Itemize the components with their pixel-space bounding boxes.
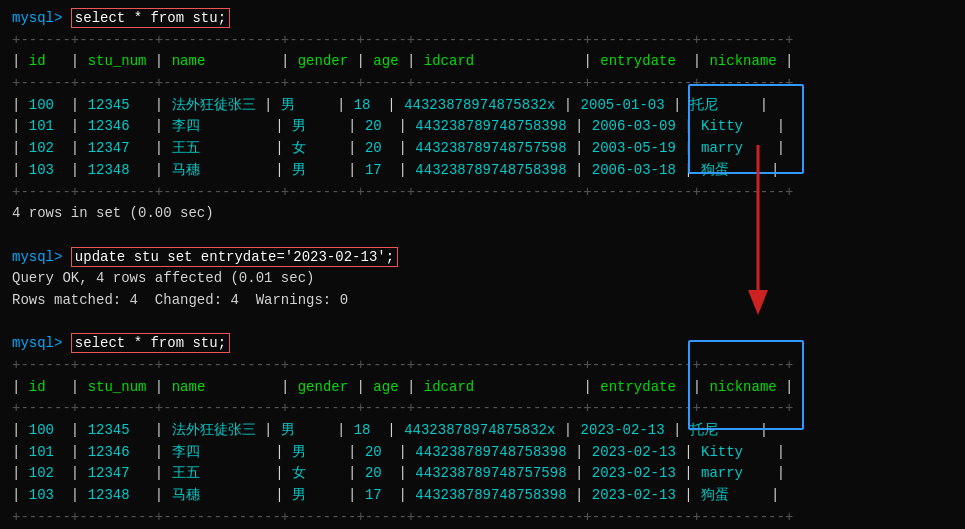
divider-top-2: +------+---------+--------------+-------… [12,355,953,377]
terminal: mysql> select * from stu; +------+------… [0,0,965,529]
prompt-line-1: mysql> select * from stu; [12,8,953,30]
table-row-b3: | 102 | 12347 | 王五 | 女 | 20 | 4432387897… [12,138,953,160]
table-row-a4: | 103 | 12348 | 马穗 | 男 | 17 | 4432387897… [12,485,953,507]
command-1: select * from stu; [71,8,230,28]
blank-1 [12,225,953,247]
blank-2 [12,312,953,334]
query-ok: Query OK, 4 rows affected (0.01 sec) [12,268,953,290]
divider-mid-2: +------+---------+--------------+-------… [12,398,953,420]
prompt-2: mysql> [12,249,62,265]
divider-bot-2: +------+---------+--------------+-------… [12,507,953,529]
divider-mid-1: +------+---------+--------------+-------… [12,73,953,95]
prompt-line-2: mysql> update stu set entrydate='2023-02… [12,247,953,269]
table-header-2: | id | stu_num | name | gender | age | i… [12,377,953,399]
divider-top-1: +------+---------+--------------+-------… [12,30,953,52]
table-row-b1: | 100 | 12345 | 法外狂徒张三 | 男 | 18 | 443238… [12,95,953,117]
rows-matched: Rows matched: 4 Changed: 4 Warnings: 0 [12,290,953,312]
table-header-1: | id | stu_num | name | gender | age | i… [12,51,953,73]
table-row-b4: | 103 | 12348 | 马穗 | 男 | 17 | 4432387897… [12,160,953,182]
divider-bot-1: +------+---------+--------------+-------… [12,182,953,204]
table-row-a3: | 102 | 12347 | 王五 | 女 | 20 | 4432387897… [12,463,953,485]
prompt-line-3: mysql> select * from stu; [12,333,953,355]
result-1: 4 rows in set (0.00 sec) [12,203,953,225]
prompt-3: mysql> [12,335,62,351]
prompt-1: mysql> [12,10,62,26]
command-2: update stu set entrydate='2023-02-13'; [71,247,398,267]
table-row-a1: | 100 | 12345 | 法外狂徒张三 | 男 | 18 | 443238… [12,420,953,442]
table-row-a2: | 101 | 12346 | 李四 | 男 | 20 | 4432387897… [12,442,953,464]
table-row-b2: | 101 | 12346 | 李四 | 男 | 20 | 4432387897… [12,116,953,138]
command-3: select * from stu; [71,333,230,353]
